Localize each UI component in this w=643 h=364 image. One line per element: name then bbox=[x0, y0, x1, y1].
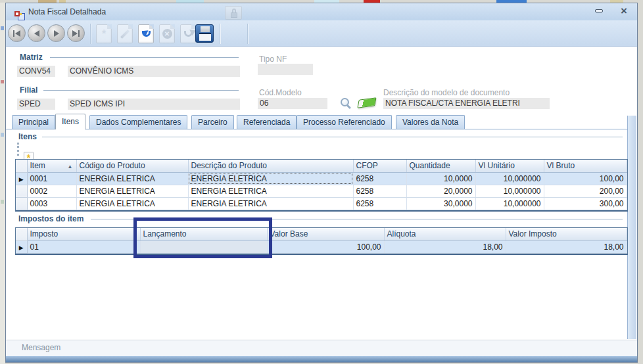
col-header-descricao[interactable]: Descrição do Produto bbox=[188, 160, 353, 172]
toolbar-separator bbox=[90, 24, 91, 44]
row-selector[interactable] bbox=[16, 185, 27, 197]
sort-asc-icon: ▲ bbox=[68, 164, 73, 170]
col-header-vl-bruto[interactable]: Vl Bruto bbox=[544, 160, 627, 172]
cell-quantidade[interactable]: 10,0000 bbox=[406, 172, 475, 185]
cell-descricao[interactable]: ENERGIA ELETRICA bbox=[188, 185, 353, 197]
save-button[interactable] bbox=[195, 24, 214, 43]
table-row[interactable]: 0002 ENERGIA ELETRICA ENERGIA ELETRICA 6… bbox=[16, 185, 627, 197]
itens-grid: Item▲ Código do Produto Descrição do Pro… bbox=[15, 159, 628, 212]
matriz-description-field[interactable]: CONVÊNIO ICMS bbox=[68, 66, 240, 77]
cell-imposto[interactable]: 01 bbox=[27, 240, 140, 253]
cell-quantidade[interactable]: 20,0000 bbox=[406, 185, 475, 197]
cell-valor-base[interactable]: 100,00 bbox=[267, 240, 384, 253]
next-record-button[interactable] bbox=[47, 24, 65, 42]
table-row[interactable]: 0003 ENERGIA ELETRICA ENERGIA ELETRICA 6… bbox=[16, 197, 627, 210]
cell-valor-imposto[interactable]: 18,00 bbox=[506, 240, 627, 253]
col-header-quantidade[interactable]: Quantidade bbox=[406, 160, 475, 172]
cell-cfop[interactable]: 6258 bbox=[353, 172, 406, 185]
matriz-group-label: Matriz bbox=[20, 53, 43, 62]
tab-valores-da-nota[interactable]: Valores da Nota bbox=[396, 115, 465, 129]
undo-button[interactable] bbox=[138, 24, 154, 43]
filial-group-line bbox=[43, 90, 239, 91]
filial-code-field[interactable]: SPED bbox=[17, 99, 55, 110]
table-row[interactable]: ▶ 0001 ENERGIA ELETRICA ENERGIA ELETRICA… bbox=[16, 172, 627, 185]
previous-record-button[interactable] bbox=[28, 24, 45, 42]
col-header-valor-imposto[interactable]: Valor Imposto bbox=[506, 228, 627, 240]
cell-vl-bruto[interactable]: 200,00 bbox=[544, 185, 627, 197]
col-header-item[interactable]: Item▲ bbox=[27, 160, 76, 172]
cell-codigo[interactable]: ENERGIA ELETRICA bbox=[76, 172, 188, 185]
cell-item[interactable]: 0003 bbox=[27, 197, 76, 210]
cell-descricao[interactable]: ENERGIA ELETRICA bbox=[188, 197, 353, 210]
matriz-code-field[interactable]: CONV54 bbox=[17, 66, 55, 77]
new-document-button[interactable]: * bbox=[96, 24, 112, 43]
row-selector[interactable] bbox=[16, 197, 27, 210]
cell-vl-unitario[interactable]: 10,000000 bbox=[475, 197, 544, 210]
toolbar-grip[interactable] bbox=[17, 143, 19, 156]
row-selector-header bbox=[16, 228, 27, 240]
edit-pencil-icon bbox=[120, 29, 130, 38]
tab-itens[interactable]: Itens bbox=[55, 114, 85, 129]
cell-vl-unitario[interactable]: 10,000000 bbox=[475, 185, 544, 197]
cell-aliquota[interactable]: 18,00 bbox=[384, 240, 506, 253]
last-record-button[interactable] bbox=[67, 24, 85, 42]
col-header-codigo[interactable]: Código do Produto bbox=[76, 160, 188, 172]
first-record-button[interactable] bbox=[8, 24, 26, 42]
desktop-edge-left bbox=[0, 3, 5, 364]
cell-descricao[interactable]: ENERGIA ELETRICA bbox=[188, 172, 353, 185]
cell-item[interactable]: 0002 bbox=[27, 185, 76, 197]
row-selector[interactable]: ▶ bbox=[16, 172, 27, 185]
cell-vl-bruto[interactable]: 300,00 bbox=[544, 197, 627, 210]
tab-baseline bbox=[6, 129, 628, 129]
edit-document-button[interactable] bbox=[117, 24, 133, 43]
cell-vl-unitario[interactable]: 10,000000 bbox=[475, 172, 544, 185]
first-record-icon bbox=[15, 30, 20, 37]
security-lock-button[interactable] bbox=[225, 6, 242, 20]
next-record-icon bbox=[54, 30, 59, 37]
row-selector[interactable]: ▶ bbox=[16, 240, 27, 253]
cell-codigo[interactable]: ENERGIA ELETRICA bbox=[76, 185, 188, 197]
col-header-valor-base[interactable]: Valor Base bbox=[267, 228, 384, 240]
tab-referenciada[interactable]: Referenciada bbox=[237, 115, 297, 129]
cod-modelo-label: Cód.Modelo bbox=[259, 88, 302, 97]
status-message-label: Mensagem bbox=[22, 343, 60, 352]
revert-arrow-icon bbox=[184, 31, 193, 37]
cell-vl-bruto[interactable]: 100,00 bbox=[544, 172, 627, 185]
cell-codigo[interactable]: ENERGIA ELETRICA bbox=[76, 197, 188, 210]
itens-header-row: Item▲ Código do Produto Descrição do Pro… bbox=[16, 160, 627, 172]
cell-lancamento[interactable] bbox=[140, 240, 267, 253]
minimize-button[interactable] bbox=[592, 5, 606, 16]
title-bar[interactable]: Nota Fiscal Detalhada bbox=[6, 3, 637, 20]
cell-item[interactable]: 0001 bbox=[27, 172, 76, 185]
previous-record-icon bbox=[34, 30, 39, 37]
tab-parceiro[interactable]: Parceiro bbox=[191, 115, 234, 129]
toolbar-separator bbox=[220, 24, 221, 44]
tab-processo-referenciado[interactable]: Processo Referenciado bbox=[297, 115, 392, 129]
col-header-cfop[interactable]: CFOP bbox=[353, 160, 406, 172]
col-header-aliquota[interactable]: Alíquota bbox=[384, 228, 506, 240]
cod-modelo-field[interactable]: 06 bbox=[258, 98, 327, 109]
close-icon: × bbox=[621, 5, 627, 16]
impostos-header-row: Imposto Lançamento Valor Base Alíquota V… bbox=[16, 228, 627, 240]
cell-cfop[interactable]: 6258 bbox=[353, 185, 406, 197]
tipo-nf-label: Tipo NF bbox=[259, 55, 287, 64]
col-header-lancamento[interactable]: Lançamento bbox=[140, 228, 267, 240]
cell-quantidade[interactable]: 30,0000 bbox=[406, 197, 475, 210]
cell-cfop[interactable]: 6258 bbox=[353, 197, 406, 210]
status-bar: Mensagem bbox=[6, 340, 637, 355]
tab-principal[interactable]: Principal bbox=[12, 115, 55, 129]
close-button[interactable]: × bbox=[617, 5, 631, 16]
col-header-imposto[interactable]: Imposto bbox=[27, 228, 140, 240]
vertical-scrollbar[interactable] bbox=[627, 116, 636, 339]
revert-button[interactable] bbox=[180, 24, 196, 43]
search-magnifier-icon[interactable] bbox=[341, 98, 349, 106]
table-row[interactable]: ▶ 01 100,00 18,00 18,00 bbox=[16, 240, 627, 253]
undo-arrow-icon bbox=[142, 31, 151, 37]
tipo-nf-field[interactable] bbox=[258, 64, 313, 75]
col-header-vl-unitario[interactable]: Vl Unitário bbox=[475, 160, 544, 172]
matriz-group-line bbox=[50, 57, 239, 58]
descricao-modelo-field[interactable]: NOTA FISCAL/CTA ENERGIA ELETRI bbox=[383, 98, 550, 109]
filial-description-field[interactable]: SPED ICMS IPI bbox=[68, 99, 240, 110]
tab-dados-complementares[interactable]: Dados Complementares bbox=[89, 115, 187, 129]
cancel-button[interactable]: ✕ bbox=[159, 24, 175, 43]
